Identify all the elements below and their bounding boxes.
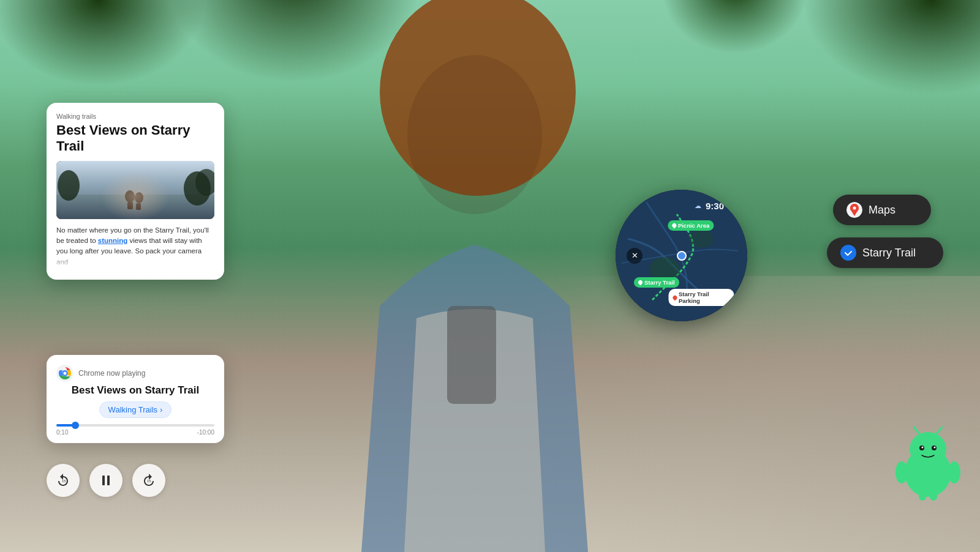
chrome-now-playing-label: Chrome now playing: [78, 369, 145, 378]
time-remaining: -10:00: [197, 429, 214, 436]
article-card: Walking trails Best Views on Starry Trai…: [47, 103, 224, 280]
tag-arrow: ›: [160, 405, 162, 414]
svg-point-5: [125, 190, 135, 203]
tag-label: Walking Trails: [108, 405, 157, 414]
svg-point-3: [184, 171, 211, 206]
media-player-card: Chrome now playing Best Views on Starry …: [47, 355, 224, 443]
svg-rect-7: [127, 202, 133, 209]
svg-point-6: [135, 192, 143, 203]
svg-rect-0: [56, 161, 214, 219]
map-compass: ⊕: [717, 289, 730, 303]
media-tag-area: Walking Trails ›: [56, 401, 214, 418]
media-controls: 15 15: [47, 464, 165, 497]
svg-point-30: [934, 447, 936, 449]
svg-line-26: [936, 427, 942, 435]
chrome-icon: [56, 365, 74, 382]
progress-bar-track: [56, 424, 214, 427]
svg-line-25: [914, 427, 920, 435]
map-close-button[interactable]: ✕: [627, 248, 643, 264]
svg-rect-34: [930, 490, 937, 501]
parking-pin: [672, 294, 678, 300]
map-label-picnic: Picnic Area: [668, 220, 714, 231]
article-image: [56, 161, 214, 219]
check-icon: [840, 245, 856, 261]
starry-pin: [638, 280, 644, 286]
picnic-pin: [671, 223, 677, 229]
svg-point-12: [64, 372, 67, 375]
maps-pill-label: Maps: [869, 204, 895, 217]
path-background: [539, 276, 980, 552]
article-highlight: stunning: [98, 237, 128, 244]
watch-map-ui: ☁ 9:30 Picnic Area Starry Trail Starry T…: [616, 190, 747, 321]
forward-button[interactable]: 15: [132, 464, 165, 497]
svg-point-31: [895, 461, 908, 483]
svg-point-24: [910, 432, 946, 466]
svg-point-20: [689, 229, 714, 248]
android-mascot-svg: [888, 423, 968, 503]
starry-trail-pill[interactable]: Starry Trail: [827, 237, 943, 268]
article-image-svg: [56, 161, 214, 219]
walking-trails-tag[interactable]: Walking Trails ›: [99, 401, 172, 418]
map-location-dot: [677, 251, 687, 261]
media-player-title: Best Views on Starry Trail: [56, 384, 214, 397]
picnic-label-text: Picnic Area: [678, 222, 709, 229]
svg-point-29: [922, 447, 924, 449]
svg-text:15: 15: [147, 479, 151, 483]
rewind-button[interactable]: 15: [47, 464, 80, 497]
maps-icon: [846, 202, 862, 218]
watch-weather-icon: ☁: [695, 202, 701, 210]
progress-times: 0:10 -10:00: [56, 429, 214, 436]
svg-rect-33: [919, 490, 926, 501]
starry-trail-pill-label: Starry Trail: [862, 247, 916, 259]
article-category: Walking trails: [56, 113, 214, 120]
svg-text:15: 15: [62, 479, 66, 483]
progress-handle[interactable]: [72, 422, 79, 429]
pause-button[interactable]: [89, 464, 123, 497]
progress-bar-container[interactable]: [56, 424, 214, 427]
svg-point-4: [195, 169, 214, 196]
chrome-header: Chrome now playing: [56, 365, 214, 382]
time-current: 0:10: [56, 429, 68, 436]
svg-rect-8: [136, 203, 141, 210]
starry-label-text: Starry Trail: [644, 279, 675, 286]
svg-rect-14: [102, 476, 105, 485]
svg-point-32: [948, 461, 960, 483]
article-body-text: No matter where you go on the Starry Tra…: [56, 225, 214, 267]
android-mascot: [888, 423, 968, 503]
map-label-starry: Starry Trail: [634, 277, 679, 288]
article-body: No matter where you go on the Starry Tra…: [56, 225, 214, 267]
svg-rect-15: [107, 476, 110, 485]
svg-point-22: [853, 207, 856, 210]
maps-pill[interactable]: Maps: [833, 195, 931, 225]
watch-time: 9:30: [706, 201, 724, 211]
svg-rect-1: [56, 195, 214, 219]
watch-map-background: ☁ 9:30 Picnic Area Starry Trail Starry T…: [616, 190, 747, 321]
svg-point-2: [58, 170, 80, 201]
article-title: Best Views on Starry Trail: [56, 122, 214, 155]
